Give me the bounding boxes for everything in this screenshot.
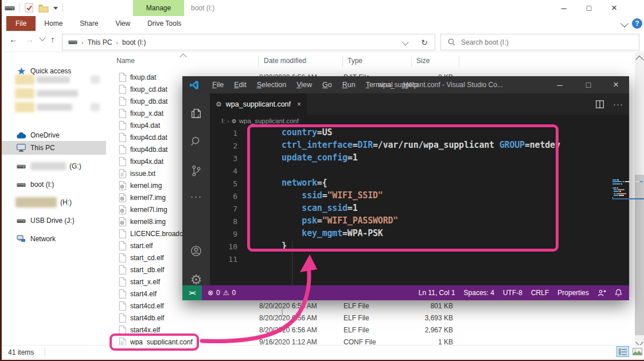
sidebar-item-this-pc[interactable]: This PC bbox=[2, 141, 106, 155]
file-plain-icon bbox=[118, 289, 126, 299]
search-input[interactable] bbox=[460, 38, 639, 47]
minimap-line bbox=[612, 179, 644, 180]
ribbon-tab-manage[interactable]: Manage bbox=[133, 0, 184, 16]
up-button[interactable]: ↑ bbox=[50, 34, 55, 44]
file-name: start_db.elf bbox=[130, 266, 164, 274]
status-ln-11-col-1[interactable]: Ln 11, Col 1 bbox=[419, 289, 455, 297]
menu-file[interactable]: File bbox=[207, 81, 229, 89]
column-divider[interactable] bbox=[258, 56, 259, 67]
sidebar-item-label: Network bbox=[30, 235, 56, 243]
status-spaces-4[interactable]: Spaces: 4 bbox=[464, 289, 494, 297]
file-plain-icon bbox=[118, 313, 126, 323]
explorer-minimize-button[interactable]: ─ bbox=[551, 0, 576, 16]
help-button[interactable]: ? bbox=[632, 18, 642, 29]
file-disc-icon bbox=[118, 193, 126, 202]
file-plain-icon bbox=[118, 121, 126, 130]
explorer-maximize-button[interactable]: □ bbox=[576, 0, 602, 16]
breadcrumb-drive[interactable]: I: bbox=[221, 117, 225, 124]
ribbon-tab-file[interactable]: File bbox=[6, 16, 36, 31]
ribbon-tab-drive-tools[interactable]: Drive Tools bbox=[139, 16, 190, 31]
status-utf-8[interactable]: UTF-8 bbox=[503, 289, 522, 297]
column-header-date[interactable]: Date modified bbox=[264, 57, 306, 65]
file-plain-icon bbox=[118, 97, 126, 106]
toolbar-dropdown-icon[interactable] bbox=[53, 7, 58, 10]
sidebar-item-onedrive[interactable]: OneDrive bbox=[2, 128, 106, 142]
menu-edit[interactable]: Edit bbox=[229, 81, 252, 89]
vscode-close-button[interactable]: × bbox=[603, 76, 629, 93]
breadcrumb-filename[interactable]: wpa_supplicant.conf bbox=[239, 117, 299, 124]
column-header-size[interactable]: Size bbox=[416, 57, 430, 65]
warnings-count[interactable]: 0 bbox=[232, 289, 236, 297]
new-folder-icon[interactable] bbox=[38, 4, 49, 13]
vscode-maximize-button[interactable]: □ bbox=[575, 76, 602, 93]
status-crlf[interactable]: CRLF bbox=[531, 289, 549, 297]
tab-wpa-supplicant-conf[interactable]: ⚙ wpa_supplicant.conf × bbox=[210, 93, 307, 115]
editor-actions-more-icon[interactable]: ··· bbox=[613, 99, 623, 109]
errors-icon[interactable]: ⊗ bbox=[208, 289, 213, 297]
menu-view[interactable]: View bbox=[291, 81, 317, 89]
file-type: ELF File bbox=[344, 314, 412, 322]
ribbon-tab-share[interactable]: Share bbox=[71, 16, 107, 31]
minimap-token bbox=[625, 181, 639, 182]
status-properties[interactable]: Properties bbox=[557, 289, 589, 297]
sidebar-item-usb-drive-j[interactable]: USB Drive (J:) bbox=[2, 214, 106, 227]
redacted-label bbox=[30, 162, 66, 170]
notifications-bell-icon[interactable] bbox=[615, 289, 622, 297]
column-header-name[interactable]: Name bbox=[116, 57, 135, 65]
minimap[interactable] bbox=[612, 179, 644, 201]
details-view-button[interactable] bbox=[616, 346, 629, 357]
vscode-window-title: wpa_supplicant.conf - Visual Studio Co..… bbox=[337, 81, 544, 89]
column-header-type[interactable]: Type bbox=[348, 57, 362, 65]
sidebar-item-label: USB Drive (J:) bbox=[30, 217, 75, 225]
explorer-statusbar bbox=[2, 345, 644, 360]
breadcrumb-separator-icon: › bbox=[81, 39, 84, 46]
tab-close-icon[interactable]: × bbox=[297, 100, 301, 108]
code-highlight-box bbox=[247, 124, 559, 252]
feedback-icon[interactable] bbox=[598, 289, 606, 297]
file-row-start4db-elf[interactable]: start4db.elf8/20/2020 6:56 AMELF File3,6… bbox=[116, 312, 455, 324]
sidebar-item-g[interactable]: (G:) bbox=[2, 159, 106, 173]
sidebar-item-network[interactable]: Network bbox=[2, 232, 106, 246]
column-divider[interactable] bbox=[459, 56, 459, 67]
more-views-icon[interactable]: ··· bbox=[182, 185, 210, 208]
monitor-icon bbox=[15, 144, 27, 152]
quick-access-toolbar bbox=[5, 0, 63, 16]
remote-indicator[interactable]: >< bbox=[182, 285, 202, 300]
search-view-icon[interactable] bbox=[182, 130, 210, 153]
breadcrumb-boot-drive[interactable]: boot (I:) bbox=[122, 38, 146, 46]
ribbon-tab-home[interactable]: Home bbox=[36, 16, 71, 31]
sidebar-item-boot-i[interactable]: boot (I:) bbox=[2, 178, 106, 191]
explorer-close-button[interactable]: × bbox=[602, 0, 627, 16]
file-name: fixup_cd.dat bbox=[130, 85, 167, 93]
refresh-button[interactable]: ↻ bbox=[414, 34, 435, 50]
column-divider[interactable] bbox=[342, 56, 343, 67]
back-button[interactable]: ← bbox=[9, 34, 18, 44]
file-name: fixup_x.dat bbox=[130, 109, 163, 117]
breadcrumb-this-pc[interactable]: This PC bbox=[88, 38, 112, 46]
line-number: 1 bbox=[210, 129, 237, 138]
sidebar-item-label: (H:) bbox=[60, 198, 72, 206]
account-icon[interactable] bbox=[182, 240, 210, 262]
explorer-view-icon[interactable] bbox=[182, 102, 210, 125]
source-control-icon[interactable] bbox=[182, 159, 210, 182]
sidebar-item-h[interactable]: (H:) bbox=[2, 195, 106, 209]
explorer-titlebar: Manage boot (I:) ─ □ × bbox=[2, 0, 644, 16]
search-box[interactable] bbox=[440, 34, 639, 50]
vscode-minimize-button[interactable]: ─ bbox=[547, 76, 573, 93]
sidebar-item-label: This PC bbox=[30, 144, 55, 152]
column-divider[interactable] bbox=[411, 56, 412, 67]
address-bar[interactable]: › This PC › boot (I:) bbox=[62, 34, 415, 50]
menu-go[interactable]: Go bbox=[317, 81, 337, 89]
menu-selection[interactable]: Selection bbox=[252, 81, 291, 89]
thumbnail-view-button[interactable] bbox=[631, 346, 643, 357]
forward-button[interactable]: → bbox=[25, 34, 34, 44]
file-disc-icon bbox=[118, 217, 126, 226]
properties-check-icon[interactable] bbox=[25, 3, 34, 13]
split-editor-icon[interactable] bbox=[596, 100, 604, 108]
warnings-icon[interactable]: ⚠ bbox=[223, 289, 229, 297]
address-dropdown-icon[interactable] bbox=[402, 39, 408, 45]
minimap-token bbox=[614, 195, 618, 196]
errors-count[interactable]: 0 bbox=[216, 289, 220, 297]
ribbon-tab-view[interactable]: View bbox=[107, 16, 139, 31]
file-row-start4cd-elf[interactable]: start4cd.elf8/20/2020 6:56 AMELF File801… bbox=[116, 300, 455, 312]
